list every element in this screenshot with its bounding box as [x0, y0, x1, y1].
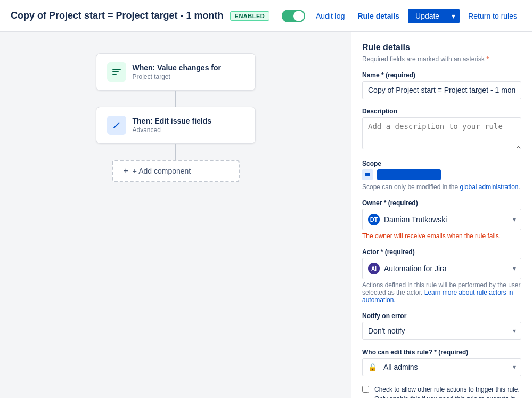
notify-select[interactable]: Don't notify	[362, 322, 521, 340]
audit-log-link[interactable]: Audit log	[312, 10, 349, 22]
rule-details-link[interactable]: Rule details	[353, 10, 404, 22]
trigger-node-text: When: Value changes for Project target	[133, 63, 221, 80]
notify-label: Notify on error	[362, 312, 521, 320]
owner-helper: The owner will receive emails when the r…	[362, 232, 521, 240]
enabled-toggle[interactable]	[282, 10, 305, 22]
lock-icon: 🔒	[368, 363, 377, 371]
page-title: Copy of Project start = Project target -…	[11, 10, 224, 21]
rule-details-panel: Rule details Required fields are marked …	[351, 32, 532, 398]
trigger-sublabel: Project target	[133, 73, 221, 80]
scope-field-group: Scope Scope can only be modified in the …	[362, 160, 521, 191]
action-label: Then: Edit issue fields	[133, 117, 212, 125]
description-field-group: Description	[362, 108, 521, 151]
action-icon	[107, 116, 126, 135]
who-edit-label: Who can edit this rule? * (required)	[362, 348, 521, 356]
owner-name: Damian Trutkowski	[384, 215, 447, 224]
scope-note: Scope can only be modified in the global…	[362, 183, 521, 191]
owner-label: Owner * (required)	[362, 199, 521, 207]
who-edit-select[interactable]: 🔒 All admins	[362, 358, 521, 376]
update-btn-group: Update ▾	[408, 9, 460, 23]
owner-select[interactable]: DT Damian Trutkowski	[362, 209, 521, 230]
who-edit-value: All admins	[383, 363, 418, 371]
notify-select-wrapper: Don't notify ▾	[362, 322, 521, 340]
toggle-wrapper	[282, 10, 305, 22]
panel-title: Rule details	[362, 43, 521, 52]
header-nav: Audit log Rule details Update ▾ Return t…	[312, 9, 521, 23]
action-node[interactable]: Then: Edit issue fields Advanced	[96, 107, 256, 144]
header: Copy of Project start = Project target -…	[0, 0, 532, 32]
trigger-another-rule-row: Check to allow other rule actions to tri…	[362, 385, 521, 398]
canvas: When: Value changes for Project target T…	[0, 32, 351, 398]
notify-field-group: Notify on error Don't notify ▾	[362, 312, 521, 340]
scope-label: Scope	[362, 160, 521, 167]
trigger-rule-checkbox[interactable]	[362, 386, 369, 393]
checkbox-label: Check to allow other rule actions to tri…	[374, 385, 521, 398]
plus-icon: +	[124, 166, 128, 176]
global-admin-link[interactable]: global administration	[460, 183, 518, 191]
actor-select[interactable]: AI Automation for Jira	[362, 258, 521, 279]
svg-rect-1	[112, 71, 119, 72]
svg-rect-4	[365, 173, 370, 176]
actor-select-wrapper: AI Automation for Jira ▾	[362, 258, 521, 279]
scope-row	[362, 169, 521, 180]
actor-label: Actor * (required)	[362, 248, 521, 256]
add-component-label: + Add component	[133, 167, 191, 175]
actor-helper: Actions defined in this rule will be per…	[362, 281, 521, 304]
enabled-badge: ENABLED	[230, 11, 270, 21]
scope-bar	[377, 169, 441, 180]
svg-rect-2	[112, 74, 117, 75]
svg-rect-0	[112, 69, 121, 70]
flow-connector-2	[175, 144, 176, 160]
trigger-icon	[107, 62, 126, 82]
description-label: Description	[362, 108, 521, 115]
action-node-text: Then: Edit issue fields Advanced	[133, 117, 212, 134]
description-input[interactable]	[362, 117, 521, 149]
scope-icon	[362, 169, 373, 180]
owner-select-wrapper: DT Damian Trutkowski ▾	[362, 209, 521, 230]
update-button[interactable]: Update	[408, 9, 447, 23]
required-asterisk: *	[486, 55, 489, 63]
owner-avatar: DT	[368, 214, 380, 225]
who-edit-select-wrapper: 🔒 All admins ▾	[362, 358, 521, 376]
name-field-group: Name * (required)	[362, 71, 521, 99]
actor-avatar: AI	[368, 263, 380, 274]
name-label: Name * (required)	[362, 71, 521, 79]
main-layout: When: Value changes for Project target T…	[0, 32, 532, 398]
who-edit-field-group: Who can edit this rule? * (required) 🔒 A…	[362, 348, 521, 376]
flow-connector-1	[175, 91, 176, 107]
actor-field-group: Actor * (required) AI Automation for Jir…	[362, 248, 521, 304]
action-sublabel: Advanced	[133, 126, 212, 134]
update-dropdown-button[interactable]: ▾	[447, 9, 460, 23]
trigger-label: When: Value changes for	[133, 63, 221, 72]
trigger-node[interactable]: When: Value changes for Project target	[96, 53, 256, 91]
actor-name: Automation for Jira	[384, 264, 447, 273]
required-note: Required fields are marked with an aster…	[362, 55, 521, 63]
name-input[interactable]	[362, 81, 521, 99]
owner-field-group: Owner * (required) DT Damian Trutkowski …	[362, 199, 521, 240]
add-component-button[interactable]: + + Add component	[112, 160, 240, 182]
return-to-rules-button[interactable]: Return to rules	[464, 9, 521, 23]
